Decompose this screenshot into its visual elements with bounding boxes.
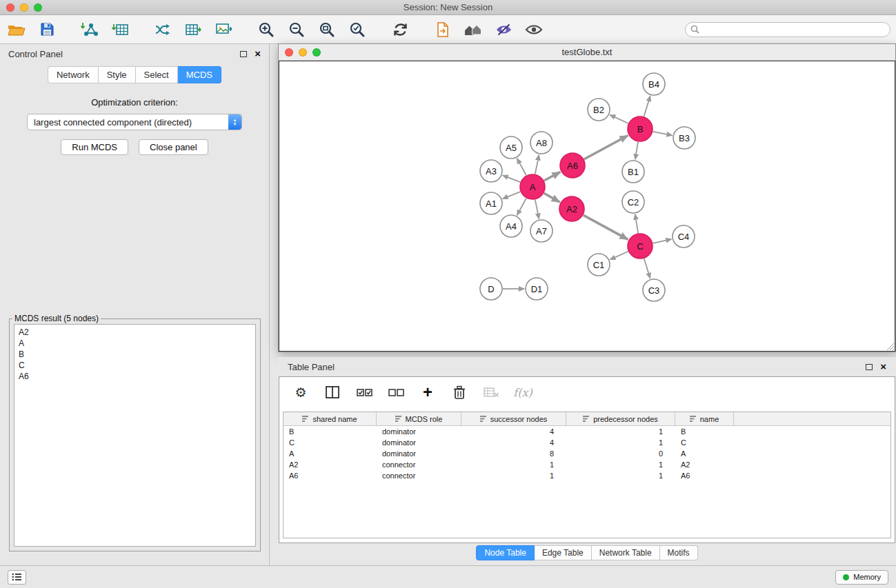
graph-node-C[interactable]: C: [628, 234, 653, 258]
graph-node-A[interactable]: A: [520, 174, 545, 199]
graph-edge-A6-B[interactable]: [584, 136, 628, 160]
graph-node-A1[interactable]: A1: [480, 192, 502, 214]
import-network-button[interactable]: [79, 19, 101, 41]
new-network-button[interactable]: [152, 19, 174, 41]
graph-node-C3[interactable]: C3: [643, 279, 665, 301]
graph-node-A4[interactable]: A4: [500, 215, 522, 237]
run-mcds-button[interactable]: Run MCDS: [61, 139, 128, 155]
close-panel-icon[interactable]: ×: [255, 50, 261, 57]
task-history-button[interactable]: [8, 570, 26, 585]
graph-node-A2[interactable]: A2: [559, 196, 584, 221]
hide-graphics-button[interactable]: [492, 19, 515, 41]
mcds-result-list[interactable]: A2ABCA6: [14, 324, 256, 547]
optimization-criterion-dropdown[interactable]: largest connected component (directed) ▲…: [27, 114, 242, 130]
graph-node-C2[interactable]: C2: [622, 191, 644, 213]
column-header-mcds-role[interactable]: MCDS role: [377, 412, 461, 425]
graph-node-A8[interactable]: A8: [530, 132, 552, 154]
close-window-button[interactable]: [6, 3, 14, 12]
zoom-out-button[interactable]: [286, 19, 308, 41]
select-all-button[interactable]: [355, 383, 373, 401]
add-row-button[interactable]: +: [419, 383, 437, 401]
home-button[interactable]: [462, 19, 484, 41]
memory-button[interactable]: Memory: [835, 570, 888, 585]
show-graphics-button[interactable]: [523, 19, 545, 41]
graph-node-B4[interactable]: B4: [643, 73, 665, 95]
graph-edge-A2-C[interactable]: [584, 215, 628, 239]
graph-edge-A-A3[interactable]: [503, 175, 521, 182]
show-columns-button[interactable]: [323, 383, 341, 401]
table-row[interactable]: Adominator80A: [283, 448, 890, 459]
zoom-window-button[interactable]: [34, 3, 42, 12]
graph-edge-A-A1[interactable]: [503, 192, 521, 199]
minimize-window-button[interactable]: [20, 3, 28, 12]
tab-node-table[interactable]: Node Table: [476, 545, 535, 560]
zoom-selected-button[interactable]: [346, 19, 368, 41]
graph-node-A7[interactable]: A7: [530, 220, 552, 242]
tab-network-table[interactable]: Network Table: [592, 545, 660, 560]
tab-edge-table[interactable]: Edge Table: [535, 545, 592, 560]
graph-node-C1[interactable]: C1: [588, 254, 610, 276]
table-row[interactable]: Cdominator41C: [283, 437, 890, 448]
column-header-shared-name[interactable]: shared name: [283, 412, 377, 425]
table-row[interactable]: Bdominator41B: [283, 426, 890, 437]
graph-edge-A-A6[interactable]: [544, 172, 561, 181]
graph-node-B1[interactable]: B1: [622, 161, 644, 183]
graph-node-A5[interactable]: A5: [500, 136, 522, 159]
graph-edge-C-C2[interactable]: [635, 214, 638, 233]
graph-edge-C-C4[interactable]: [653, 239, 672, 243]
network-graph[interactable]: B4B2BB3A5A8A6B1A3AC2A1A2A4A7C4CC1C3DD1: [279, 61, 896, 352]
graph-node-A6[interactable]: A6: [560, 153, 585, 178]
graph-node-A3[interactable]: A3: [480, 160, 502, 182]
tab-motifs[interactable]: Motifs: [660, 545, 698, 560]
graph-edge-B-B4[interactable]: [644, 96, 650, 116]
network-minimize-button[interactable]: [299, 48, 307, 57]
deselect-all-button[interactable]: [387, 383, 405, 401]
table-row[interactable]: A6connector11A6: [283, 470, 890, 481]
new-table-button[interactable]: [182, 19, 204, 41]
graph-edge-A-A2[interactable]: [544, 193, 560, 202]
network-canvas[interactable]: B4B2BB3A5A8A6B1A3AC2A1A2A4A7C4CC1C3DD1: [279, 61, 895, 352]
graph-edge-A-A8[interactable]: [535, 155, 539, 174]
refresh-layout-button[interactable]: [389, 19, 411, 41]
graph-edge-B-B2[interactable]: [610, 115, 628, 123]
close-panel-button[interactable]: Close panel: [139, 139, 208, 155]
graph-edge-C-C1[interactable]: [610, 252, 628, 260]
network-window-titlebar[interactable]: testGlobe.txt: [279, 44, 895, 61]
graph-edge-A-A5[interactable]: [517, 159, 526, 176]
export-image-button[interactable]: [212, 19, 235, 41]
clear-table-button[interactable]: [482, 383, 500, 401]
column-header-successor-nodes[interactable]: successor nodes: [461, 412, 566, 425]
graph-node-D1[interactable]: D1: [526, 278, 548, 300]
graph-node-C4[interactable]: C4: [673, 225, 695, 247]
function-builder-button[interactable]: f(x): [514, 383, 532, 401]
tab-mcds[interactable]: MCDS: [178, 66, 221, 83]
open-session-button[interactable]: [6, 19, 28, 41]
graph-edge-C-C3[interactable]: [644, 258, 650, 278]
graph-edge-B-B1[interactable]: [635, 142, 638, 159]
network-close-button[interactable]: [285, 48, 293, 57]
search-box[interactable]: [685, 22, 890, 37]
session-file-button[interactable]: [432, 19, 454, 41]
save-session-button[interactable]: [36, 19, 58, 41]
resize-grip[interactable]: [886, 343, 895, 351]
import-table-button[interactable]: [109, 19, 131, 41]
search-input[interactable]: [703, 25, 885, 34]
graph-node-B2[interactable]: B2: [588, 99, 610, 121]
undock-panel-icon[interactable]: [240, 51, 247, 57]
table-close-icon[interactable]: ×: [880, 363, 886, 370]
table-undock-icon[interactable]: [866, 364, 873, 370]
graph-node-B3[interactable]: B3: [673, 127, 695, 149]
table-settings-button[interactable]: ⚙: [292, 383, 310, 401]
graph-edge-A-A7[interactable]: [535, 200, 539, 219]
tab-style[interactable]: Style: [99, 66, 136, 83]
tab-network[interactable]: Network: [48, 66, 99, 83]
column-header-predecessor-nodes[interactable]: predecessor nodes: [566, 412, 675, 425]
zoom-fit-button[interactable]: [316, 19, 338, 41]
zoom-in-button[interactable]: [255, 19, 277, 41]
tab-select[interactable]: Select: [136, 66, 178, 83]
table-row[interactable]: A2connector11A2: [283, 459, 890, 470]
graph-node-D[interactable]: D: [480, 278, 502, 300]
graph-node-B[interactable]: B: [628, 116, 653, 141]
network-zoom-button[interactable]: [312, 48, 321, 57]
graph-edge-A-A4[interactable]: [517, 199, 526, 216]
